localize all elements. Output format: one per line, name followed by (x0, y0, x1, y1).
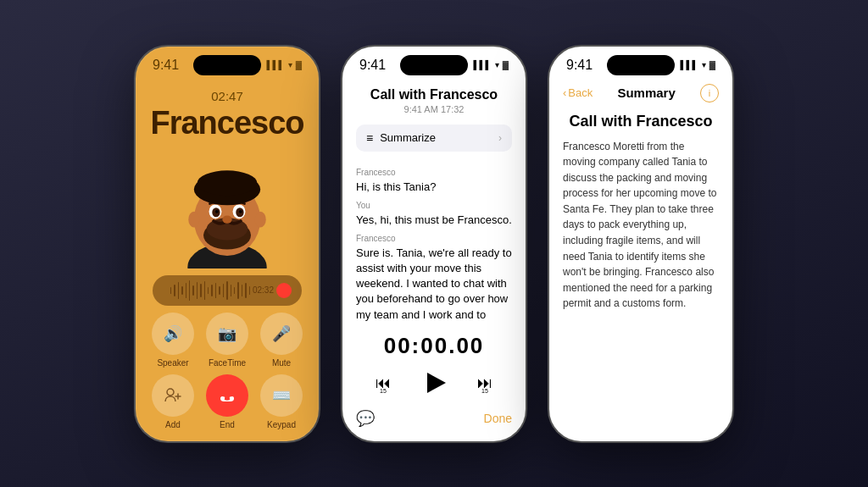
wave-9 (200, 284, 201, 297)
wave-15 (223, 284, 224, 297)
facetime-button[interactable]: 📷 FaceTime (203, 313, 251, 368)
facetime-label: FaceTime (209, 358, 246, 368)
battery-icon-2: ▓ (503, 60, 509, 69)
phone-active-call: 9:41 ▌▌▌ ▾ ▓ 02:47 Francesco (134, 45, 320, 443)
summary-content: Call with Francesco Francesco Moretti fr… (549, 102, 732, 323)
wave-8 (197, 282, 198, 299)
summarize-icon: ≡ (366, 131, 373, 145)
end-call-button[interactable]: End (203, 374, 251, 429)
phone-transcript: 9:41 ▌▌▌ ▾ ▓ Call with Francesco 9:41 AM… (341, 45, 527, 443)
mute-label: Mute (272, 358, 291, 368)
summary-nav-title: Summary (617, 86, 675, 100)
wave-12 (211, 285, 212, 296)
battery-icon: ▓ (296, 60, 302, 69)
wave-2 (174, 285, 175, 296)
transcript-body: Francesco Hi, is this Tania? You Yes, hi… (342, 157, 526, 326)
end-call-label: End (220, 420, 235, 429)
battery-icon-3: ▓ (709, 60, 715, 69)
wave-1 (170, 287, 171, 294)
speaker-text-3: Sure is. Tania, we're all ready to assis… (356, 246, 512, 326)
speaker-label: Speaker (157, 358, 188, 368)
speaker-label-2: You (356, 200, 512, 212)
chat-icon[interactable]: 💬 (356, 409, 375, 428)
keypad-button[interactable]: ⌨️ Keypad (258, 374, 305, 429)
add-icon-circle (152, 374, 194, 417)
info-icon: i (709, 88, 710, 98)
record-button[interactable] (276, 283, 292, 298)
speaker-icon-circle: 🔊 (152, 313, 194, 355)
wave-21 (245, 283, 246, 298)
wave-7 (192, 285, 193, 296)
dynamic-island-1 (193, 55, 261, 75)
svg-point-10 (239, 209, 242, 213)
wifi-icon: ▾ (288, 60, 292, 69)
wave-10 (204, 281, 205, 300)
dynamic-island-3 (607, 55, 675, 75)
wave-5 (186, 283, 186, 298)
wave-6 (189, 280, 190, 301)
wave-16 (226, 281, 227, 300)
end-call-icon-circle (206, 374, 248, 417)
back-chevron-icon: ‹ (563, 86, 566, 99)
phone-summary: 9:41 ▌▌▌ ▾ ▓ ‹ Back Summary i Call with … (548, 45, 734, 443)
status-time-2: 9:41 (359, 58, 386, 73)
status-icons-1: ▌▌▌ ▾ ▓ (266, 60, 302, 69)
playback-controls: ⏮ 15 ⏭ 15 (342, 366, 526, 400)
back-label: Back (568, 86, 593, 99)
playback-timer: 00:00.00 (342, 333, 526, 359)
svg-marker-19 (427, 373, 446, 393)
wave-22 (249, 286, 250, 295)
caller-name: Francesco (136, 105, 319, 141)
signal-icon: ▌▌▌ (266, 60, 284, 69)
svg-point-9 (215, 209, 219, 213)
wifi-icon-2: ▾ (495, 60, 499, 69)
avatar-container (136, 150, 319, 268)
waveform-bar: 02:32 (153, 275, 302, 306)
transcript-time: 9:41 AM 17:32 (356, 104, 512, 114)
summarize-label: Summarize (380, 131, 436, 144)
svg-point-13 (255, 211, 266, 227)
info-button[interactable]: i (700, 84, 719, 102)
speaker-button[interactable]: 🔊 Speaker (149, 313, 197, 368)
signal-icon-3: ▌▌▌ (680, 60, 698, 69)
summary-call-title: Call with Francesco (563, 113, 719, 130)
wave-18 (234, 287, 235, 294)
speaker-label-3: Francesco (356, 233, 512, 245)
speaker-label-1: Francesco (356, 167, 512, 179)
svg-text:15: 15 (380, 388, 387, 394)
wave-13 (215, 283, 216, 298)
mute-button[interactable]: 🎤 Mute (258, 313, 305, 368)
status-time-1: 9:41 (153, 58, 179, 73)
transcript-title: Call with Francesco (356, 87, 512, 102)
svg-point-15 (198, 170, 258, 196)
back-button[interactable]: ‹ Back (563, 86, 593, 99)
status-icons-2: ▌▌▌ ▾ ▓ (473, 60, 509, 69)
dynamic-island-2 (400, 55, 468, 75)
wave-17 (231, 285, 231, 296)
done-button[interactable]: Done (484, 412, 512, 425)
svg-point-11 (222, 215, 231, 223)
summarize-chevron: › (498, 132, 502, 144)
wave-19 (237, 282, 238, 299)
signal-icon-2: ▌▌▌ (473, 60, 491, 69)
summary-text: Francesco Moretti from the moving compan… (563, 139, 719, 313)
rewind-button[interactable]: ⏮ 15 (370, 369, 397, 396)
add-button[interactable]: Add (149, 374, 197, 429)
call-buttons-grid: 🔊 Speaker 📷 FaceTime 🎤 Mute Add (136, 313, 319, 429)
svg-point-16 (167, 389, 174, 396)
wave-4 (181, 286, 182, 295)
speaker-text-1: Hi, is this Tania? (356, 180, 512, 195)
speaker-text-2: Yes, hi, this must be Francesco. (356, 213, 512, 228)
facetime-icon-circle: 📷 (206, 313, 248, 355)
memoji-avatar (172, 150, 282, 268)
summarize-left: ≡ Summarize (366, 131, 436, 145)
forward-button[interactable]: ⏭ 15 (471, 369, 498, 396)
play-button[interactable] (417, 366, 451, 400)
svg-text:15: 15 (481, 388, 488, 394)
wifi-icon-3: ▾ (702, 60, 706, 69)
summarize-bar[interactable]: ≡ Summarize › (356, 125, 512, 152)
keypad-label: Keypad (267, 420, 296, 429)
waveform-time: 02:32 (253, 285, 274, 295)
call-timer: 02:47 (136, 89, 319, 103)
mute-icon-circle: 🎤 (260, 313, 303, 355)
